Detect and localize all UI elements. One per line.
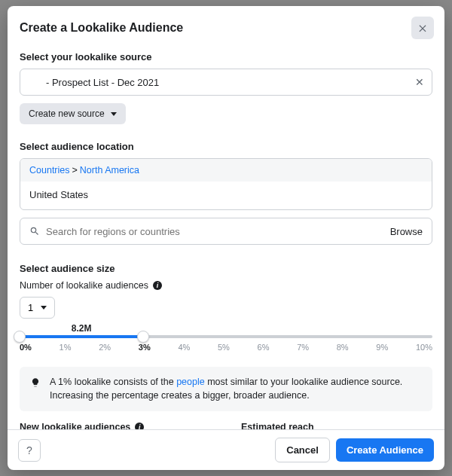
summary-row: New lookalike audiences i 3% of US - - P…	[20, 422, 432, 429]
size-section-label: Select audience size	[20, 263, 432, 274]
size-slider[interactable]: 8.2M 0%1%2%3%4%5%6%7%8%9%10%	[20, 335, 432, 352]
slider-tick: 8%	[337, 343, 349, 352]
slider-tick: 9%	[376, 343, 388, 352]
modal-body: Select your lookalike source - Prospect …	[8, 47, 444, 429]
slider-value-label: 8.2M	[72, 323, 92, 334]
breadcrumb-region-link[interactable]: North America	[80, 165, 139, 175]
number-value: 1	[28, 302, 33, 313]
modal-footer: ? Cancel Create Audience	[8, 429, 444, 470]
info-icon[interactable]: i	[153, 281, 162, 290]
create-lookalike-modal: Create a Lookalike Audience Select your …	[8, 6, 444, 470]
slider-ticks: 0%1%2%3%4%5%6%7%8%9%10%	[20, 343, 432, 352]
number-of-audiences-select[interactable]: 1	[20, 297, 55, 319]
create-new-source-label: Create new source	[29, 108, 105, 119]
slider-handle-end[interactable]	[137, 331, 149, 343]
slider-handle-start[interactable]	[14, 331, 26, 343]
slider-tick: 2%	[99, 343, 111, 352]
location-box: Countries>North America United States	[20, 158, 432, 210]
close-button[interactable]	[411, 17, 434, 39]
browse-button[interactable]: Browse	[390, 226, 423, 237]
cancel-button[interactable]: Cancel	[275, 438, 330, 462]
help-icon: ?	[26, 444, 32, 456]
slider-tick: 1%	[60, 343, 72, 352]
location-selected: United States	[20, 182, 432, 209]
location-section-label: Select audience location	[20, 141, 432, 152]
new-audiences-label-text: New lookalike audiences	[20, 422, 130, 429]
modal-header: Create a Lookalike Audience	[8, 6, 444, 47]
modal-title: Create a Lookalike Audience	[20, 21, 183, 35]
search-icon	[29, 226, 40, 236]
source-input[interactable]: - Prospect List - Dec 2021 ✕	[20, 69, 432, 96]
slider-tick: 6%	[258, 343, 270, 352]
slider-tick: 4%	[178, 343, 190, 352]
info-icon[interactable]: i	[135, 423, 144, 429]
estimated-reach-label: Estimated reach	[241, 422, 432, 429]
new-audiences-label: New lookalike audiences i	[20, 422, 211, 429]
slider-tick: 5%	[218, 343, 230, 352]
number-of-audiences-label: Number of lookalike audiences i	[20, 280, 432, 291]
caret-down-icon	[111, 112, 117, 116]
slider-tick: 0%	[20, 343, 32, 352]
location-breadcrumb: Countries>North America	[20, 159, 432, 182]
hint-prefix: A 1% lookalike consists of the	[50, 377, 176, 387]
estimated-reach-col: Estimated reach 8,200,000people	[241, 422, 432, 429]
hint-box: A 1% lookalike consists of the people mo…	[20, 367, 432, 411]
breadcrumb-countries-link[interactable]: Countries	[29, 165, 70, 175]
slider-tick: 7%	[297, 343, 309, 352]
slider-tick: 3%	[139, 343, 151, 352]
location-search-row: Browse	[20, 218, 432, 245]
clear-source-button[interactable]: ✕	[415, 76, 424, 88]
source-value: - Prospect List - Dec 2021	[28, 77, 159, 88]
create-new-source-button[interactable]: Create new source	[20, 103, 126, 124]
new-audiences-col: New lookalike audiences i 3% of US - - P…	[20, 422, 211, 429]
size-section: Select audience size Number of lookalike…	[20, 263, 432, 429]
hint-text: A 1% lookalike consists of the people mo…	[50, 376, 422, 402]
slider-track	[20, 335, 432, 338]
create-audience-button[interactable]: Create Audience	[336, 438, 434, 462]
lightbulb-icon	[30, 377, 41, 388]
slider-fill	[20, 335, 143, 338]
slider-tick: 10%	[416, 343, 432, 352]
help-button[interactable]: ?	[18, 439, 41, 462]
people-link[interactable]: people	[176, 377, 205, 387]
location-search-input[interactable]	[46, 226, 384, 237]
caret-down-icon	[41, 306, 47, 310]
number-label-text: Number of lookalike audiences	[20, 280, 148, 291]
source-section-label: Select your lookalike source	[20, 51, 432, 63]
close-icon	[417, 23, 428, 33]
